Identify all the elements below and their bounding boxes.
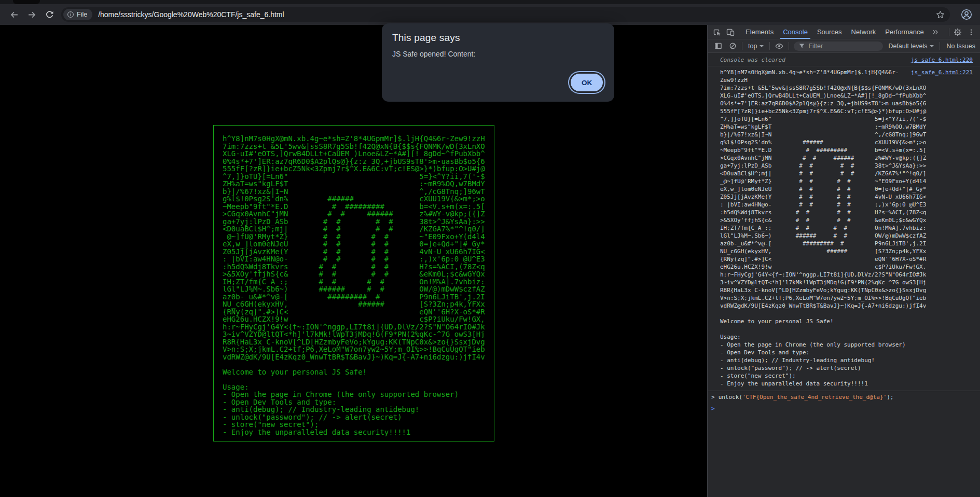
gear-icon	[954, 28, 962, 36]
devtools-settings-button[interactable]	[951, 25, 964, 39]
tab-console[interactable]: Console	[778, 25, 812, 39]
source-link[interactable]: js_safe_6.html:220	[911, 57, 973, 63]
clear-console-button[interactable]	[726, 42, 739, 50]
ok-button[interactable]: OK	[571, 74, 603, 91]
console-history-entry: > unlock('CTF{Open_the_safe_4nd_retrieve…	[708, 391, 980, 402]
js-safe-ascii-art: h^Y8]nM7s0HgX@mN.xb.4g~e*sh=Z'8*4UGpmMr]…	[223, 135, 485, 436]
toolbar-separator	[739, 28, 739, 36]
tab-network[interactable]: Network	[847, 25, 881, 39]
device-toolbar-toggle[interactable]	[724, 25, 737, 39]
filter-input[interactable]	[808, 43, 878, 50]
forward-arrow-icon	[27, 10, 36, 19]
double-chevron-right-icon	[932, 29, 939, 36]
issues-counter[interactable]: No Issues	[943, 43, 979, 50]
clear-console-icon	[729, 42, 737, 50]
profile-button[interactable]	[958, 6, 975, 23]
alert-title: This page says	[392, 32, 604, 44]
back-button[interactable]	[5, 6, 23, 23]
console-input-area: > unlock('CTF{Open_the_safe_4nd_retrieve…	[708, 391, 980, 414]
log-levels-selector[interactable]: Default levels	[885, 43, 937, 50]
tab-performance[interactable]: Performance	[880, 25, 928, 39]
bookmark-star-icon[interactable]	[936, 10, 945, 19]
kebab-menu-icon	[968, 29, 975, 36]
command-string-arg: 'CTF{Open_the_safe_4nd_retrieve_the_d@ta…	[742, 394, 887, 401]
history-chevron-icon: >	[711, 394, 715, 401]
tab-sources[interactable]: Sources	[812, 25, 847, 39]
devtools-menu-button[interactable]	[964, 25, 978, 39]
console-log-text: h^Y8]nM7s0HgX@mN.xb.4g~e*sh=Z'8*4UGpmMr]…	[720, 68, 973, 388]
source-link[interactable]: js_safe_6.html:221	[911, 69, 973, 76]
browser-toolbar: File /home/ssstrickys/Google%20Web%20CTF…	[0, 4, 980, 25]
console-sidebar-toggle[interactable]	[711, 42, 725, 50]
alert-message: JS Safe opened! Content:	[392, 50, 604, 58]
tab-elements[interactable]: Elements	[741, 25, 778, 39]
execution-context-label: top	[748, 43, 757, 50]
window-top-strip	[0, 0, 980, 4]
command-function: unlock(	[719, 394, 742, 401]
prompt-chevron-icon: >	[711, 405, 715, 412]
file-chip-label: File	[77, 11, 87, 18]
inspect-element-button[interactable]	[710, 25, 724, 39]
address-bar[interactable]: File /home/ssstrickys/Google%20Web%20CTF…	[61, 7, 950, 22]
more-tabs-button[interactable]	[929, 25, 942, 39]
console-prompt[interactable]: >	[708, 402, 980, 414]
devtools-panel: Elements Console Sources Network Perform…	[708, 25, 980, 497]
console-filter[interactable]	[794, 42, 883, 51]
profile-avatar-icon	[960, 8, 973, 21]
forward-button[interactable]	[23, 6, 40, 23]
js-safe-terminal-box: h^Y8]nM7s0HgX@mN.xb.4g~e*sh=Z'8*4UGpmMr]…	[213, 125, 494, 441]
console-messages: Console was cleared js_safe_6.html:220 j…	[708, 54, 980, 497]
dock-sidebar-icon	[714, 42, 722, 50]
chevron-down-icon	[760, 45, 764, 47]
log-levels-label: Default levels	[888, 43, 927, 50]
create-live-expression-button[interactable]	[772, 42, 786, 50]
info-icon	[67, 11, 74, 18]
reload-button[interactable]	[40, 6, 58, 23]
console-cleared-row: Console was cleared js_safe_6.html:220	[708, 54, 980, 66]
back-arrow-icon	[10, 10, 19, 19]
url-text[interactable]: /home/ssstrickys/Google%20Web%20CTF/js_s…	[98, 10, 936, 19]
browser-tab-remnant[interactable]	[13, 0, 40, 4]
file-scheme-chip[interactable]: File	[63, 9, 92, 20]
chevron-down-icon	[930, 45, 934, 47]
device-toolbar-icon	[726, 28, 735, 36]
filter-funnel-icon	[798, 43, 805, 49]
javascript-alert-dialog: This page says JS Safe opened! Content: …	[382, 23, 614, 102]
console-cleared-text: Console was cleared	[720, 57, 911, 63]
toolbar-separator	[940, 42, 940, 50]
execution-context-selector[interactable]: top	[745, 43, 767, 50]
toolbar-separator	[769, 42, 770, 50]
toolbar-separator	[949, 28, 949, 36]
inspect-cursor-icon	[713, 28, 721, 36]
eye-icon	[775, 42, 783, 50]
devtools-tabbar: Elements Console Sources Network Perform…	[708, 25, 980, 39]
toolbar-separator	[742, 42, 742, 50]
toolbar-separator	[789, 42, 789, 50]
console-log-message: js_safe_6.html:221 h^Y8]nM7s0HgX@mN.xb.4…	[708, 66, 980, 391]
command-end: );	[887, 394, 893, 401]
reload-icon	[45, 10, 54, 19]
console-toolbar: top Default levels	[708, 39, 980, 53]
